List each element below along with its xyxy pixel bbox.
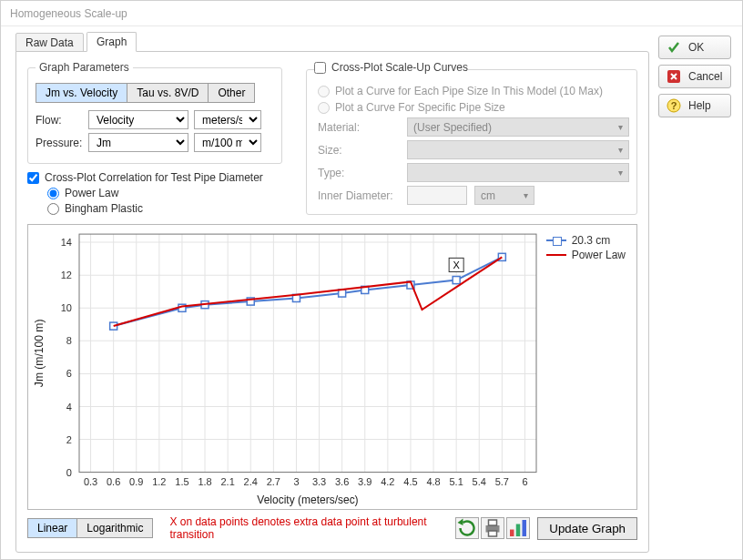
print-icon-button[interactable] bbox=[481, 517, 504, 539]
bingham-plastic-radio[interactable] bbox=[47, 203, 59, 215]
update-graph-button[interactable]: Update Graph bbox=[537, 517, 637, 540]
svg-text:0.9: 0.9 bbox=[129, 476, 143, 487]
svg-rect-67 bbox=[453, 277, 460, 284]
material-select: (User Specified) bbox=[407, 117, 629, 137]
chart-area: 0.30.60.91.21.51.82.12.42.733.33.63.94.2… bbox=[27, 224, 637, 510]
svg-text:5.1: 5.1 bbox=[450, 476, 463, 487]
flow-label: Flow: bbox=[36, 114, 83, 127]
svg-text:Jm (m/100 m): Jm (m/100 m) bbox=[33, 320, 46, 388]
svg-text:0.3: 0.3 bbox=[84, 476, 97, 487]
legend-series1-label: 20.3 cm bbox=[572, 234, 611, 247]
svg-text:2: 2 bbox=[66, 434, 72, 445]
svg-text:0: 0 bbox=[66, 467, 72, 478]
ok-button[interactable]: OK bbox=[658, 36, 731, 59]
plot-specific-label: Plot a Curve For Specific Pipe Size bbox=[335, 101, 505, 114]
chart-legend: 20.3 cm Power Law bbox=[546, 234, 626, 263]
tab-raw-data[interactable]: Raw Data bbox=[15, 33, 84, 53]
svg-text:3: 3 bbox=[293, 476, 299, 487]
window-title: Homogeneous Scale-up bbox=[1, 1, 742, 26]
cancel-icon bbox=[667, 69, 681, 84]
legend-series2-icon bbox=[546, 254, 566, 256]
legend-series2-label: Power Law bbox=[572, 249, 626, 261]
plot-eachpipe-label: Plot a Curve for Each Pipe Size In This … bbox=[335, 85, 603, 97]
power-law-radio[interactable] bbox=[47, 188, 59, 199]
flow-select[interactable]: Velocity bbox=[88, 110, 188, 129]
svg-text:1.5: 1.5 bbox=[175, 476, 188, 487]
svg-text:3.9: 3.9 bbox=[358, 476, 372, 487]
svg-text:4.5: 4.5 bbox=[403, 476, 417, 487]
opt-jm-vs-velocity[interactable]: Jm vs. Velocity bbox=[36, 83, 127, 103]
size-label: Size: bbox=[318, 144, 400, 157]
refresh-icon bbox=[456, 517, 478, 539]
type-label: Type: bbox=[318, 167, 400, 179]
svg-rect-76 bbox=[523, 520, 527, 536]
flow-unit-select[interactable]: meters/sec bbox=[194, 110, 261, 129]
svg-text:0.6: 0.6 bbox=[107, 476, 120, 487]
svg-text:8: 8 bbox=[66, 335, 72, 346]
opt-tau-vs-8vd[interactable]: Tau vs. 8V/D bbox=[127, 83, 209, 103]
chart-icon bbox=[507, 517, 529, 539]
size-select bbox=[407, 140, 629, 159]
svg-rect-72 bbox=[489, 520, 497, 525]
crossplot-scaleup-checkbox[interactable] bbox=[314, 62, 326, 74]
power-law-label: Power Law bbox=[65, 187, 118, 199]
svg-text:Velocity (meters/sec): Velocity (meters/sec) bbox=[257, 494, 358, 506]
svg-text:1.8: 1.8 bbox=[198, 476, 211, 487]
printer-icon bbox=[482, 517, 504, 539]
inner-diameter-label: Inner Diameter: bbox=[318, 189, 400, 202]
svg-rect-74 bbox=[510, 530, 514, 537]
crossplot-scaleup-label: Cross-Plot Scale-Up Curves bbox=[331, 61, 468, 74]
plot-specific-radio bbox=[318, 102, 330, 114]
refresh-icon-button[interactable] bbox=[455, 517, 479, 539]
svg-text:6: 6 bbox=[522, 476, 527, 487]
help-icon: ? bbox=[667, 98, 681, 113]
help-button[interactable]: ? Help bbox=[658, 94, 731, 117]
graph-parameters-legend: Graph Parameters bbox=[36, 61, 133, 74]
graph-parameters-group: Graph Parameters Jm vs. Velocity Tau vs.… bbox=[27, 61, 282, 164]
tab-graph[interactable]: Graph bbox=[87, 32, 137, 52]
pressure-select[interactable]: Jm bbox=[88, 133, 188, 152]
svg-text:?: ? bbox=[671, 100, 677, 111]
opt-other[interactable]: Other bbox=[209, 83, 255, 103]
svg-text:2.1: 2.1 bbox=[221, 476, 235, 487]
svg-text:12: 12 bbox=[61, 270, 72, 280]
pressure-unit-select[interactable]: m/100 m bbox=[194, 133, 261, 152]
crossplot-scaleup-group: Cross-Plot Scale-Up Curves Plot a Curve … bbox=[306, 61, 637, 215]
material-label: Material: bbox=[318, 121, 400, 134]
svg-text:10: 10 bbox=[61, 302, 72, 313]
bingham-plastic-label: Bingham Plastic bbox=[65, 202, 143, 215]
crossplot-correlation-label: Cross-Plot Correlation for Test Pipe Dia… bbox=[45, 171, 263, 184]
check-icon bbox=[667, 40, 681, 55]
svg-text:14: 14 bbox=[61, 237, 72, 248]
svg-text:5.7: 5.7 bbox=[495, 476, 509, 487]
plot-eachpipe-radio bbox=[318, 86, 330, 97]
svg-text:X: X bbox=[453, 260, 460, 270]
crossplot-correlation-checkbox[interactable] bbox=[27, 172, 39, 184]
svg-rect-56 bbox=[79, 234, 536, 473]
pressure-label: Pressure: bbox=[36, 137, 83, 149]
svg-text:2.4: 2.4 bbox=[244, 476, 258, 487]
svg-text:4.2: 4.2 bbox=[381, 476, 394, 487]
turbulent-note: X on data points denotes extra data poin… bbox=[160, 515, 448, 541]
svg-rect-75 bbox=[516, 524, 521, 537]
legend-series1-icon bbox=[546, 239, 566, 241]
svg-text:4.8: 4.8 bbox=[426, 476, 440, 487]
svg-rect-73 bbox=[489, 531, 497, 536]
scale-linear-button[interactable]: Linear bbox=[27, 518, 77, 538]
inner-diameter-unit: cm bbox=[474, 186, 534, 205]
svg-text:1.2: 1.2 bbox=[152, 476, 166, 487]
scale-log-button[interactable]: Logarithmic bbox=[77, 518, 153, 538]
svg-text:5.4: 5.4 bbox=[473, 476, 486, 487]
svg-text:3.6: 3.6 bbox=[335, 476, 349, 487]
svg-text:2.7: 2.7 bbox=[267, 476, 280, 487]
export-icon-button[interactable] bbox=[506, 517, 530, 539]
svg-text:6: 6 bbox=[66, 368, 72, 379]
svg-text:3.3: 3.3 bbox=[312, 476, 326, 487]
svg-text:4: 4 bbox=[66, 401, 72, 412]
cancel-button[interactable]: Cancel bbox=[658, 65, 731, 88]
type-select bbox=[407, 163, 629, 182]
inner-diameter-field bbox=[407, 186, 467, 205]
